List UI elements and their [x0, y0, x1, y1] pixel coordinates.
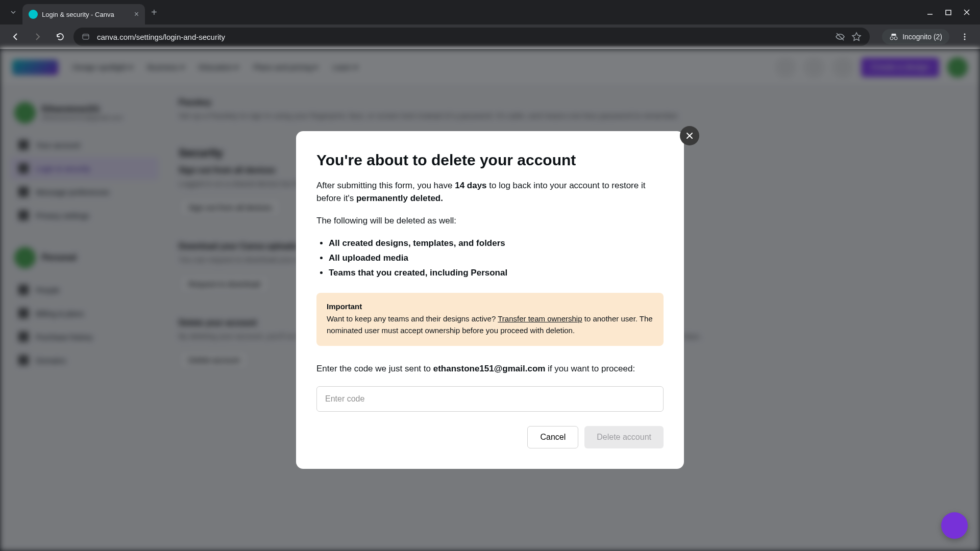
confirm-delete-button[interactable]: Delete account: [584, 426, 664, 448]
svg-point-8: [964, 39, 966, 40]
code-instruction: Enter the code we just sent to ethanston…: [316, 362, 664, 375]
url-text: canva.com/settings/login-and-security: [97, 33, 829, 41]
back-button[interactable]: [6, 28, 24, 46]
modal-following-label: The following will be deleted as well:: [316, 214, 664, 228]
svg-rect-1: [946, 10, 951, 15]
browser-tab[interactable]: Login & security - Canva ×: [22, 4, 145, 24]
cancel-button[interactable]: Cancel: [527, 426, 578, 448]
svg-point-7: [964, 36, 966, 38]
svg-point-4: [890, 37, 893, 40]
browser-toolbar: canva.com/settings/login-and-security In…: [0, 24, 980, 49]
modal-close-button[interactable]: [680, 126, 699, 145]
list-item: All created designs, templates, and fold…: [329, 236, 664, 251]
help-fab[interactable]: [941, 512, 968, 539]
reload-button[interactable]: [51, 28, 69, 46]
tab-title: Login & security - Canva: [42, 11, 130, 18]
svg-point-5: [894, 37, 897, 40]
incognito-icon: [889, 32, 898, 41]
code-input[interactable]: [316, 386, 664, 412]
modal-title: You're about to delete your account: [316, 152, 664, 169]
important-text: Want to keep any teams and their designs…: [327, 313, 653, 337]
tab-close-icon[interactable]: ×: [134, 10, 139, 19]
tab-search-dropdown[interactable]: [4, 3, 22, 21]
modal-intro: After submitting this form, you have 14 …: [316, 179, 664, 205]
site-info-icon[interactable]: [82, 33, 91, 41]
svg-point-6: [964, 34, 966, 35]
close-window-icon[interactable]: [964, 9, 970, 15]
eye-off-icon[interactable]: [835, 32, 845, 42]
minimize-icon[interactable]: [927, 9, 933, 15]
tab-favicon: [29, 10, 38, 19]
incognito-badge[interactable]: Incognito (2): [882, 29, 949, 44]
browser-tab-bar: Login & security - Canva × +: [0, 0, 980, 24]
close-icon: [685, 132, 694, 140]
modal-deletion-list: All created designs, templates, and fold…: [329, 236, 664, 281]
list-item: Teams that you created, including Person…: [329, 266, 664, 281]
svg-rect-2: [83, 34, 89, 39]
list-item: All uploaded media: [329, 251, 664, 266]
modal-overlay: You're about to delete your account Afte…: [0, 49, 980, 551]
browser-menu-icon[interactable]: [955, 28, 974, 46]
important-callout: Important Want to keep any teams and the…: [316, 293, 664, 346]
new-tab-button[interactable]: +: [151, 7, 157, 18]
transfer-ownership-link[interactable]: Transfer team ownership: [498, 314, 582, 323]
maximize-icon[interactable]: [945, 9, 951, 15]
forward-button[interactable]: [29, 28, 47, 46]
address-bar[interactable]: canva.com/settings/login-and-security: [74, 28, 870, 46]
important-title: Important: [327, 302, 653, 311]
bookmark-icon[interactable]: [851, 32, 862, 42]
delete-account-modal: You're about to delete your account Afte…: [296, 131, 684, 469]
